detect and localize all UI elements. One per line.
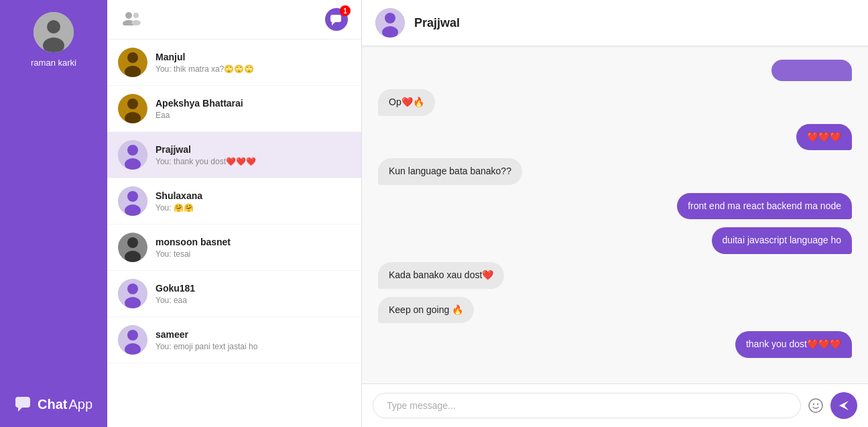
message-bubble: duitai javascript language ho <box>712 227 852 254</box>
svg-point-33 <box>385 13 395 23</box>
svg-point-37 <box>817 404 818 405</box>
svg-point-18 <box>127 145 138 156</box>
svg-marker-4 <box>18 408 22 412</box>
contact-info: Prajjwal You: thank you dost❤️❤️❤️ <box>156 144 351 166</box>
sidebar-username: raman karki <box>31 58 76 68</box>
contact-avatar <box>118 48 147 77</box>
contact-last-msg: You: tesai <box>156 249 351 259</box>
logo-app-text: App <box>68 397 92 412</box>
contact-item-prajjwal[interactable]: Prajjwal You: thank you dost❤️❤️❤️ <box>107 132 361 178</box>
svg-point-7 <box>133 13 139 18</box>
message-row: Op❤️🔥 <box>378 89 852 116</box>
contact-info: monsoon basnet You: tesai <box>156 237 351 259</box>
contact-name: Manjul <box>156 52 351 62</box>
message-row: duitai javascript language ho <box>378 227 852 254</box>
message-bubble: Keep on going 🔥 <box>378 297 474 324</box>
contact-name: Apekshya Bhattarai <box>156 98 351 109</box>
chat-contact-name: Prajjwal <box>414 16 460 30</box>
emoji-button[interactable] <box>808 398 824 414</box>
contact-list-header: 1 <box>107 0 361 40</box>
message-bubble: ❤️❤️❤️ <box>796 124 852 151</box>
notification-badge: 1 <box>340 5 351 16</box>
message-bubble: Op❤️🔥 <box>378 89 435 116</box>
svg-point-21 <box>127 191 138 202</box>
svg-marker-10 <box>332 22 335 25</box>
logo-chat-text: Chat <box>38 397 67 412</box>
svg-point-30 <box>127 330 138 341</box>
contact-item-monsoon[interactable]: monsoon basnet You: tesai <box>107 225 361 271</box>
contact-info: Shulaxana You: 🤗🤗 <box>156 190 351 212</box>
contact-last-msg: Eaa <box>156 111 351 120</box>
contact-name: Goku181 <box>156 283 351 294</box>
send-button[interactable] <box>830 392 857 419</box>
group-icon[interactable] <box>121 9 142 29</box>
chat-logo-icon <box>15 395 34 414</box>
contact-last-msg: You: thik matra xa?🙄🙄🙄 <box>156 64 351 74</box>
contact-name: Shulaxana <box>156 190 351 201</box>
svg-point-12 <box>127 52 138 63</box>
message-row: Kada banako xau dost❤️ <box>378 262 852 289</box>
svg-point-24 <box>127 237 138 248</box>
svg-point-27 <box>127 284 138 294</box>
contact-name: monsoon basnet <box>156 237 351 247</box>
contact-avatar <box>118 140 147 170</box>
message-row: Kun language bata banako?? <box>378 158 852 185</box>
contact-item-goku181[interactable]: Goku181 You: eaa <box>107 271 361 317</box>
contact-name: sameer <box>156 329 351 340</box>
contact-item-sameer[interactable]: sameer You: emoji pani text jastai ho <box>107 317 361 363</box>
user-avatar <box>34 12 74 52</box>
svg-point-15 <box>127 99 138 109</box>
message-bubble: thank you dost❤️❤️❤️ <box>735 331 852 358</box>
message-row <box>378 60 852 81</box>
contact-item-apekshya[interactable]: Apekshya Bhattarai Eaa <box>107 86 361 132</box>
contact-list-body: Manjul You: thik matra xa?🙄🙄🙄 Apekshya B… <box>107 40 361 363</box>
message-input[interactable] <box>373 393 801 418</box>
contact-avatar <box>118 325 147 355</box>
contact-last-msg: You: eaa <box>156 296 351 305</box>
message-bubble: Kada banako xau dost❤️ <box>378 262 504 289</box>
contact-name: Prajjwal <box>156 144 351 155</box>
contact-info: Apekshya Bhattarai Eaa <box>156 98 351 120</box>
contact-info: Goku181 You: eaa <box>156 283 351 305</box>
chat-messages: Op❤️🔥❤️❤️❤️Kun language bata banako??fro… <box>362 46 868 383</box>
message-bubble: Kun language bata banako?? <box>378 158 522 185</box>
svg-point-1 <box>47 20 60 34</box>
contact-info: sameer You: emoji pani text jastai ho <box>156 329 351 351</box>
contact-info: Manjul You: thik matra xa?🙄🙄🙄 <box>156 52 351 74</box>
send-icon <box>838 400 850 412</box>
svg-point-8 <box>131 20 141 25</box>
chat-area: Prajjwal Op❤️🔥❤️❤️❤️Kun language bata ba… <box>362 0 868 427</box>
svg-rect-9 <box>330 15 341 22</box>
contact-avatar <box>118 233 147 262</box>
svg-rect-3 <box>15 397 30 408</box>
message-row: Keep on going 🔥 <box>378 297 852 324</box>
contact-last-msg: You: thank you dost❤️❤️❤️ <box>156 157 351 166</box>
chat-header-avatar <box>375 8 405 38</box>
emoji-icon <box>808 398 824 414</box>
contact-last-msg: You: emoji pani text jastai ho <box>156 342 351 351</box>
svg-point-5 <box>125 12 132 19</box>
sidebar-logo: Chat App <box>15 395 92 414</box>
message-row: thank you dost❤️❤️❤️ <box>378 331 852 358</box>
contact-list: 1 Manjul You: thik matra xa?🙄🙄🙄 Apekshya… <box>107 0 362 427</box>
chat-header: Prajjwal <box>362 0 868 46</box>
sidebar: raman karki Chat App <box>0 0 107 427</box>
contact-avatar <box>118 186 147 216</box>
contact-item-shulaxana[interactable]: Shulaxana You: 🤗🤗 <box>107 178 361 225</box>
contact-avatar <box>118 279 147 308</box>
notification-button[interactable]: 1 <box>325 8 348 31</box>
contact-avatar <box>118 94 147 123</box>
contact-item-manjul[interactable]: Manjul You: thik matra xa?🙄🙄🙄 <box>107 40 361 86</box>
svg-point-36 <box>813 404 814 405</box>
contact-last-msg: You: 🤗🤗 <box>156 203 351 212</box>
message-bubble: front end ma react backend ma node <box>677 193 852 220</box>
svg-point-35 <box>809 399 822 412</box>
message-row: ❤️❤️❤️ <box>378 124 852 151</box>
chat-input-bar <box>362 383 868 427</box>
message-bubble <box>771 60 852 81</box>
message-row: front end ma react backend ma node <box>378 193 852 220</box>
